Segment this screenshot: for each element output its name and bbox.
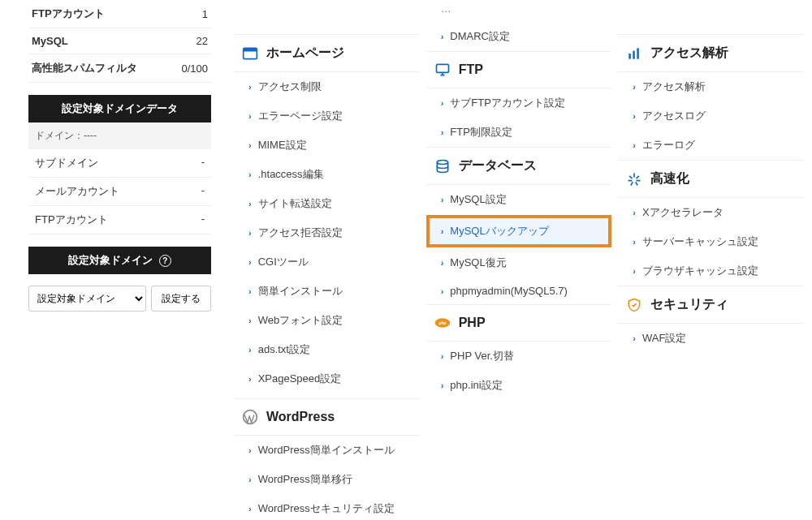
menu-label: WAF設定	[642, 331, 686, 346]
menu-label: エラーページ設定	[258, 109, 343, 123]
menu-item[interactable]: ›WAF設定	[618, 324, 804, 353]
chevron-right-icon: ›	[248, 374, 252, 384]
menu-label: MySQL復元	[450, 256, 506, 270]
menu-label: アクセス解析	[642, 80, 706, 94]
menu-label: ブラウザキャッシュ設定	[642, 264, 758, 278]
chevron-right-icon: ›	[441, 351, 444, 361]
domain-stat-row: FTPアカウント -	[28, 206, 211, 234]
menu-item[interactable]: ›FTP制限設定	[426, 118, 612, 147]
menu-label: MIME設定	[258, 138, 307, 153]
menu-label: Xアクセラレータ	[642, 205, 723, 220]
menu-item[interactable]: ›アクセス拒否設定	[234, 218, 420, 247]
menu-item[interactable]: ›MySQL復元	[426, 248, 612, 277]
menu-item[interactable]: ›MySQL設定	[426, 185, 612, 214]
svg-point-4	[437, 160, 447, 164]
chevron-right-icon: ›	[248, 228, 252, 238]
menu-item[interactable]: ›サブFTPアカウント設定	[426, 88, 612, 118]
chevron-right-icon: ›	[248, 199, 252, 208]
menu-item[interactable]: ›Webフォント設定	[234, 306, 420, 335]
section-header-database: データベース	[426, 147, 612, 185]
domain-select[interactable]: 設定対象ドメイン	[28, 286, 146, 312]
row-label: メールアカウント	[35, 184, 119, 199]
chevron-right-icon: ›	[441, 195, 444, 204]
menu-item[interactable]: ›WordPress簡単インストール	[234, 436, 420, 465]
menu-item[interactable]: ›php.ini設定	[426, 371, 612, 400]
menu-item[interactable]: ›アクセス制限	[234, 72, 420, 101]
svg-rect-7	[629, 54, 632, 59]
chevron-right-icon: ›	[441, 258, 444, 268]
menu-item-dmarc[interactable]: › DMARC設定	[426, 22, 612, 51]
menu-item[interactable]: ›CGIツール	[234, 247, 420, 277]
menu-item[interactable]: ›ads.txt設定	[234, 335, 420, 364]
menu-item[interactable]: ›サイト転送設定	[234, 189, 420, 218]
menu-item[interactable]: ›XPageSpeed設定	[234, 364, 420, 393]
menu-item[interactable]: ›WordPress簡単移行	[234, 465, 420, 494]
stat-value: 1	[202, 8, 208, 20]
menu-label: CGIツール	[258, 255, 309, 269]
menu-label: アクセスログ	[642, 109, 706, 123]
menu-item[interactable]: ›ブラウザキャッシュ設定	[618, 256, 804, 286]
menu-item[interactable]: ›簡単インストール	[234, 277, 420, 306]
domain-stat-row: メールアカウント -	[28, 178, 211, 206]
menu-item[interactable]: ›エラーページ設定	[234, 101, 420, 131]
shield-icon	[626, 297, 642, 313]
chevron-right-icon: ›	[441, 127, 444, 137]
menu-label: WordPress簡単移行	[258, 472, 352, 487]
php-icon: php	[434, 315, 451, 331]
svg-rect-3	[436, 64, 448, 72]
row-value: -	[201, 184, 205, 199]
help-icon[interactable]: ?	[159, 255, 171, 267]
chevron-right-icon: ›	[633, 140, 636, 150]
chevron-right-icon: ›	[633, 333, 636, 343]
section-title: データベース	[459, 157, 537, 174]
menu-label: MySQL設定	[450, 192, 506, 207]
menu-label: アクセス制限	[258, 80, 322, 94]
stat-label: 高性能スパムフィルタ	[32, 61, 137, 75]
target-domain-header: 設定対象ドメイン ?	[28, 247, 211, 274]
chevron-right-icon: ›	[248, 286, 252, 296]
chevron-right-icon: ›	[441, 98, 444, 108]
menu-item[interactable]: ›アクセス解析	[618, 72, 804, 101]
menu-item[interactable]: ›Xアクセラレータ	[618, 198, 804, 227]
chevron-right-icon: ›	[441, 32, 444, 41]
stat-value: 22	[197, 35, 208, 47]
menu-item[interactable]: ›サーバーキャッシュ設定	[618, 227, 804, 256]
menu-item[interactable]: ›.htaccess編集	[234, 160, 420, 189]
row-label: FTPアカウント	[35, 213, 108, 227]
menu-label: ads.txt設定	[258, 342, 310, 357]
menu-item[interactable]: ›エラーログ	[618, 131, 804, 160]
menu-item[interactable]: ›MIME設定	[234, 131, 420, 160]
menu-label: php.ini設定	[450, 378, 502, 393]
monitor-icon	[434, 62, 451, 78]
menu-label: サイト転送設定	[258, 196, 332, 211]
chevron-right-icon: ›	[633, 237, 636, 247]
column-ftp-db-php: … › DMARC設定 FTP ›サブFTPアカウント設定›FTP制限設定 デー…	[426, 0, 612, 520]
row-label: サブドメイン	[35, 156, 98, 170]
menu-item[interactable]: ›PHP Ver.切替	[426, 342, 612, 371]
chevron-right-icon: ›	[248, 140, 252, 150]
stat-label: FTPアカウント	[32, 6, 105, 21]
menu-item[interactable]: ›WordPressセキュリティ設定	[234, 494, 420, 520]
domain-stat-row: サブドメイン -	[28, 149, 211, 178]
menu-item[interactable]: ›アクセスログ	[618, 101, 804, 131]
section-header-speed: 高速化	[618, 160, 804, 198]
section-header-php: php PHP	[426, 304, 612, 342]
menu-item[interactable]: …	[426, 0, 612, 22]
menu-item[interactable]: ›phpmyadmin(MySQL5.7)	[426, 277, 612, 304]
left-sidebar: FTPアカウント 1 MySQL 22 高性能スパムフィルタ 0/100 設定対…	[0, 0, 219, 520]
wordpress-icon	[242, 409, 258, 425]
menu-label: サーバーキャッシュ設定	[642, 234, 758, 249]
section-title: ホームページ	[266, 45, 344, 62]
section-title: WordPress	[266, 410, 335, 424]
chevron-right-icon: ›	[441, 286, 444, 296]
chevron-right-icon: ›	[248, 504, 252, 514]
target-domain-header-label: 設定対象ドメイン	[68, 254, 153, 266]
set-domain-button[interactable]: 設定する	[151, 286, 211, 312]
chevron-right-icon: ›	[248, 345, 252, 355]
menu-label: XPageSpeed設定	[258, 372, 342, 386]
section-header-security: セキュリティ	[618, 286, 804, 324]
menu-item[interactable]: ›MySQLバックアップ	[430, 218, 609, 244]
section-title: FTP	[459, 62, 483, 77]
database-icon	[434, 158, 451, 174]
chevron-right-icon: ›	[441, 380, 444, 390]
